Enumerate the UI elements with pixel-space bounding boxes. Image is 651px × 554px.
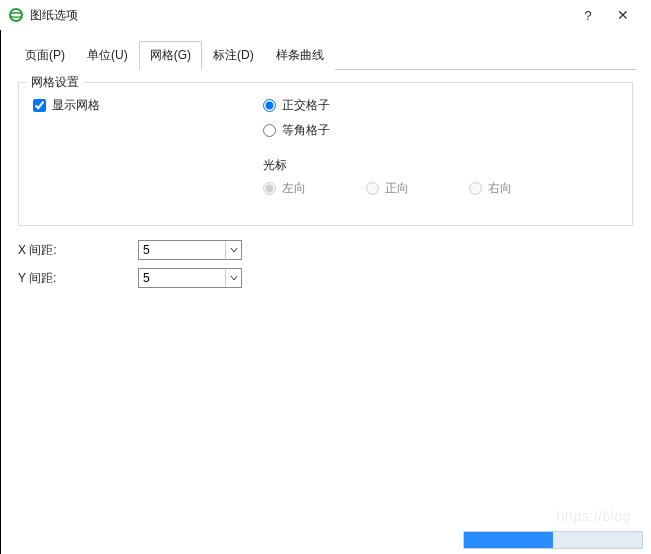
show-grid-input[interactable] — [33, 99, 46, 112]
close-button[interactable]: ✕ — [603, 0, 643, 30]
orthogonal-label: 正交格子 — [282, 97, 330, 114]
y-spacing-label: Y 间距: — [18, 270, 138, 287]
x-spacing-combo[interactable]: 5 — [138, 240, 242, 260]
y-spacing-value: 5 — [139, 271, 225, 285]
y-spacing-dropdown-button[interactable] — [225, 269, 241, 287]
isometric-radio[interactable]: 等角格子 — [263, 122, 618, 139]
isometric-input[interactable] — [263, 124, 276, 137]
tab-strip: 页面(P) 单位(U) 网格(G) 标注(D) 样条曲线 — [14, 40, 637, 70]
cursor-options: 左向 正向 右向 — [263, 180, 618, 205]
help-button[interactable]: ? — [573, 0, 603, 30]
x-spacing-label: X 间距: — [18, 242, 138, 259]
grid-settings-legend: 网格设置 — [27, 74, 83, 91]
svg-point-1 — [10, 13, 22, 17]
isometric-label: 等角格子 — [282, 122, 330, 139]
cursor-forward-radio: 正向 — [366, 180, 409, 197]
cursor-forward-label: 正向 — [385, 180, 409, 197]
watermark: https://blog — [557, 508, 632, 524]
titlebar: 图纸选项 ? ✕ — [0, 0, 651, 30]
svg-point-0 — [10, 9, 22, 21]
y-spacing-combo[interactable]: 5 — [138, 268, 242, 288]
footer-bar — [0, 526, 651, 554]
window-title: 图纸选项 — [30, 7, 573, 24]
tab-page[interactable]: 页面(P) — [14, 41, 76, 70]
cursor-left-radio: 左向 — [263, 180, 306, 197]
show-grid-checkbox[interactable]: 显示网格 — [33, 97, 263, 114]
cursor-right-input — [469, 182, 482, 195]
cursor-right-radio: 右向 — [469, 180, 512, 197]
x-spacing-value: 5 — [139, 243, 225, 257]
x-spacing-row: X 间距: 5 — [18, 240, 633, 260]
tab-spline[interactable]: 样条曲线 — [265, 41, 335, 70]
app-icon — [8, 7, 24, 23]
x-spacing-dropdown-button[interactable] — [225, 241, 241, 259]
grid-tabpanel: 网格设置 显示网格 正交格子 等角格子 — [14, 70, 637, 304]
orthogonal-radio[interactable]: 正交格子 — [263, 97, 618, 114]
cursor-heading: 光标 — [263, 157, 618, 174]
close-icon: ✕ — [617, 7, 629, 23]
cursor-left-input — [263, 182, 276, 195]
orthogonal-input[interactable] — [263, 99, 276, 112]
grid-settings-group: 网格设置 显示网格 正交格子 等角格子 — [18, 82, 633, 226]
content-area: 页面(P) 单位(U) 网格(G) 标注(D) 样条曲线 网格设置 显示网格 正… — [0, 30, 651, 304]
y-spacing-row: Y 间距: 5 — [18, 268, 633, 288]
chevron-down-icon — [230, 246, 238, 254]
cursor-left-label: 左向 — [282, 180, 306, 197]
cursor-right-label: 右向 — [488, 180, 512, 197]
tab-grid[interactable]: 网格(G) — [139, 41, 202, 70]
window-border — [0, 30, 1, 554]
cursor-forward-input — [366, 182, 379, 195]
tab-unit[interactable]: 单位(U) — [76, 41, 139, 70]
tab-annotation[interactable]: 标注(D) — [202, 41, 265, 70]
progress-indicator — [463, 531, 643, 549]
show-grid-label: 显示网格 — [52, 97, 100, 114]
chevron-down-icon — [230, 274, 238, 282]
